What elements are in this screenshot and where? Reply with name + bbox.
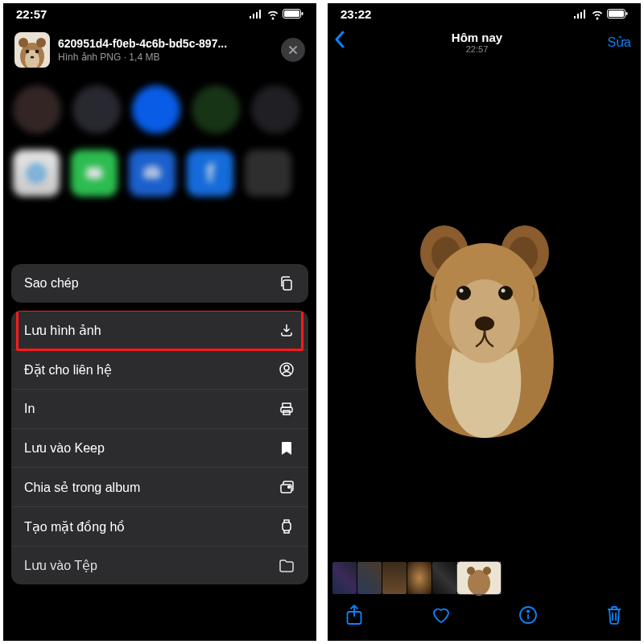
info-icon [518, 605, 538, 625]
svg-point-36 [501, 289, 505, 293]
share-header: 620951d4-f0eb-4c6b-bd5c-897... Hình ảnh … [3, 24, 316, 79]
action-save-files[interactable]: Lưu vào Tệp [11, 546, 308, 584]
svg-rect-13 [86, 167, 102, 179]
action-label: Lưu hình ảnh [24, 323, 101, 338]
copy-icon [278, 275, 295, 291]
status-time: 22:57 [16, 7, 47, 21]
photos-header: Hôm nay 22:57 Sửa [328, 24, 641, 60]
svg-point-34 [498, 286, 513, 300]
photo-quokka [380, 196, 589, 438]
filmstrip-thumb[interactable] [407, 562, 431, 594]
status-icons [573, 9, 628, 19]
svg-rect-19 [281, 407, 292, 412]
phone-share-sheet: 22:57 620951d4-f0eb-4c6b-bd5c-897... Hìn… [3, 3, 316, 641]
svg-point-35 [459, 289, 463, 293]
status-bar: 23:22 [328, 3, 641, 24]
action-label: Đặt cho liên hệ [24, 362, 112, 378]
svg-point-10 [31, 56, 35, 58]
file-info: 620951d4-f0eb-4c6b-bd5c-897... Hình ảnh … [58, 37, 273, 63]
svg-rect-26 [609, 10, 624, 17]
status-bar: 22:57 [3, 3, 316, 24]
action-copy[interactable]: Sao chép [11, 264, 308, 303]
file-thumbnail [14, 32, 50, 68]
filmstrip-thumb[interactable] [332, 562, 357, 594]
heart-icon [431, 605, 452, 625]
action-label: In [24, 402, 35, 416]
svg-rect-15 [283, 280, 291, 290]
svg-rect-14 [144, 167, 160, 178]
svg-point-8 [26, 50, 29, 53]
svg-point-7 [36, 38, 46, 47]
action-print[interactable]: In [11, 389, 308, 428]
action-save-keep[interactable]: Lưu vào Keep [11, 428, 308, 467]
filmstrip-thumb[interactable] [432, 562, 456, 594]
svg-point-33 [456, 286, 471, 300]
svg-point-37 [475, 316, 494, 331]
shared-album-icon [278, 479, 295, 495]
chevron-left-icon [334, 31, 345, 48]
action-list: Sao chép Lưu hình ảnh Đặt cho liên hệ [11, 264, 308, 584]
svg-point-11 [28, 165, 44, 181]
delete-button[interactable] [605, 605, 623, 625]
action-watch-face[interactable]: Tạo mặt đồng hồ [11, 506, 308, 546]
action-share-album[interactable]: Chia sẻ trong album [11, 467, 308, 506]
svg-point-44 [527, 610, 529, 612]
info-button[interactable] [518, 605, 538, 625]
trash-icon [605, 605, 623, 625]
phone-photos-viewer: 23:22 Hôm nay 22:57 Sửa [328, 3, 641, 641]
filmstrip-thumb[interactable] [382, 562, 407, 594]
favorite-button[interactable] [431, 605, 452, 625]
print-icon [278, 401, 295, 417]
status-icons [249, 9, 303, 19]
folder-icon [278, 559, 295, 573]
svg-point-9 [35, 50, 39, 53]
edit-button[interactable]: Sửa [596, 35, 631, 50]
photos-toolbar [328, 597, 641, 641]
svg-point-12 [32, 169, 40, 177]
filmstrip[interactable] [328, 559, 641, 597]
svg-point-6 [19, 38, 28, 47]
photos-title: Hôm nay [358, 31, 596, 44]
action-label: Sao chép [24, 276, 79, 291]
photos-subtitle: 22:57 [358, 44, 596, 54]
title-column: Hôm nay 22:57 [358, 31, 596, 54]
bookmark-icon [278, 441, 295, 456]
watch-icon [278, 518, 295, 535]
svg-rect-2 [284, 10, 299, 17]
action-save-image[interactable]: Lưu hình ảnh [11, 311, 308, 349]
svg-rect-25 [626, 12, 628, 15]
svg-point-22 [288, 486, 291, 489]
svg-rect-23 [283, 522, 291, 530]
contact-icon [278, 361, 295, 378]
file-name: 620951d4-f0eb-4c6b-bd5c-897... [58, 37, 273, 50]
filmstrip-thumb[interactable] [357, 562, 382, 594]
action-assign-contact[interactable]: Đặt cho liên hệ [11, 349, 308, 389]
action-label: Lưu vào Keep [24, 440, 105, 456]
download-icon [278, 322, 295, 338]
svg-point-17 [284, 365, 289, 370]
svg-point-41 [483, 567, 491, 575]
close-button[interactable] [281, 38, 305, 62]
share-button[interactable] [345, 605, 363, 625]
action-label: Chia sẻ trong album [24, 480, 140, 495]
svg-rect-1 [302, 12, 303, 15]
close-icon [288, 45, 298, 55]
action-label: Tạo mặt đồng hồ [24, 519, 125, 535]
photo-viewer[interactable] [328, 60, 641, 559]
status-time: 23:22 [341, 7, 371, 21]
filmstrip-thumb-selected[interactable] [457, 562, 501, 594]
share-targets-blurred: f [3, 79, 316, 256]
svg-point-40 [467, 567, 475, 575]
back-button[interactable] [334, 31, 358, 53]
share-icon [345, 605, 363, 625]
file-meta: Hình ảnh PNG · 1,4 MB [58, 52, 273, 63]
action-label: Lưu vào Tệp [24, 558, 97, 573]
